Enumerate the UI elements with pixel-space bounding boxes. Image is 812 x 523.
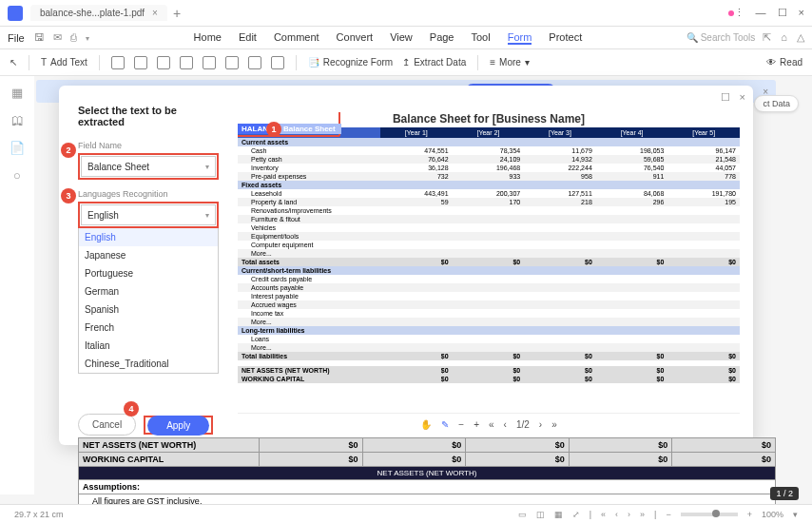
app-icon [8, 6, 23, 21]
cancel-button[interactable]: Cancel [78, 414, 136, 436]
lang-dropdown[interactable]: English Japanese Portuguese German Spani… [78, 228, 219, 374]
callout-3: 3 [61, 188, 76, 203]
field-name-select[interactable]: Balance Sheet [81, 156, 216, 177]
main-tabs: Home Edit Comment Convert View Page Tool… [89, 31, 686, 45]
sb-prev[interactable]: ‹ [615, 510, 618, 519]
field-tool-8[interactable] [271, 56, 284, 69]
sheet-title: Balance Sheet for [Business Name] HALAN … [238, 112, 740, 126]
mail-icon[interactable]: ✉ [53, 31, 62, 43]
sb-zoom-in[interactable]: + [747, 510, 752, 519]
zoom-out-icon[interactable]: − [458, 419, 464, 430]
dialog-expand-icon[interactable]: ☐ [721, 91, 730, 104]
add-tab-button[interactable]: + [173, 6, 181, 21]
callout-4: 4 [124, 401, 139, 416]
lang-option-english[interactable]: English [79, 228, 218, 246]
hand-icon[interactable]: ✋ [420, 419, 432, 430]
callout-1: 1 [266, 122, 281, 137]
tab-form[interactable]: Form [508, 31, 532, 45]
tab-view[interactable]: View [390, 31, 413, 45]
page-dimensions: 29.7 x 21 cm [14, 510, 64, 519]
tab-page[interactable]: Page [430, 31, 454, 45]
zoom-level: 100% [762, 510, 783, 519]
first-page-icon[interactable]: « [489, 419, 494, 430]
sb-first[interactable]: « [601, 510, 606, 519]
cloud-icon[interactable]: ⌂ [781, 31, 787, 44]
page-indicator: 1/2 [516, 419, 530, 430]
lang-option-french[interactable]: French [79, 319, 218, 337]
dialog-left-pane: Select the text to be extracted Field Na… [59, 86, 232, 445]
sb-zoom-out[interactable]: − [666, 510, 670, 519]
tab-edit[interactable]: Edit [239, 31, 257, 45]
field-tool-6[interactable] [225, 56, 239, 69]
field-tool-7[interactable] [248, 56, 261, 69]
background-document: NET ASSETS (NET WORTH)$0$0$0$0$0 WORKING… [78, 437, 776, 509]
print-icon[interactable]: ⎙ [70, 31, 77, 43]
tab-title: balance-she...plate-1.pdf [40, 8, 145, 18]
window-controls: ⋮ — ☐ × [734, 7, 804, 19]
extract-pill[interactable]: ct Data [754, 95, 799, 112]
last-page-icon[interactable]: » [551, 419, 557, 430]
tab-tool[interactable]: Tool [472, 31, 491, 45]
titlebar: balance-she...plate-1.pdf × + ⋮ — ☐ × [0, 0, 812, 27]
lang-option-chinese[interactable]: Chinese_Traditional [79, 355, 218, 373]
lang-option-italian[interactable]: Italian [79, 337, 218, 355]
field-tool-3[interactable] [157, 56, 170, 69]
next-page-icon[interactable]: › [539, 419, 542, 430]
callout-2: 2 [61, 143, 76, 158]
lang-option-japanese[interactable]: Japanese [79, 246, 218, 264]
zoom-in-icon[interactable]: + [474, 419, 479, 430]
sb-icon-2[interactable]: ◫ [536, 510, 545, 519]
field-tool-4[interactable] [180, 56, 193, 69]
lang-select[interactable]: English [81, 204, 216, 225]
quick-actions[interactable]: 🖫 ✉ ⎙ [34, 31, 89, 44]
sb-next[interactable]: › [628, 510, 630, 519]
tab-comment[interactable]: Comment [274, 31, 319, 45]
balance-sheet-table: [Year 1][Year 2][Year 3][Year 4][Year 5]… [238, 127, 740, 383]
sb-last[interactable]: » [640, 510, 645, 519]
sb-icon-4[interactable]: ⤢ [572, 510, 580, 519]
search-input[interactable]: Search Tools [686, 32, 755, 43]
search-rail-icon[interactable]: ○ [13, 168, 21, 183]
field-tool-2[interactable] [134, 56, 147, 69]
more-button[interactable]: ≡ More▾ [490, 57, 530, 68]
document-tab[interactable]: balance-she...plate-1.pdf × [30, 5, 167, 21]
apply-button[interactable]: Apply [147, 416, 209, 436]
add-text-button[interactable]: T Add Text [41, 57, 87, 68]
extract-data-button[interactable]: ↥ Extract Data [402, 57, 466, 68]
lang-option-german[interactable]: German [79, 282, 218, 300]
close-window-icon[interactable]: × [799, 7, 804, 19]
dialog-close-icon[interactable]: × [740, 91, 745, 104]
statusbar: 29.7 x 21 cm ▭ ◫ ▦ ⤢ | « ‹ › » | − + 100… [0, 504, 812, 523]
lang-option-spanish[interactable]: Spanish [79, 300, 218, 319]
sb-icon-1[interactable]: ▭ [518, 510, 527, 519]
thumbnails-icon[interactable]: ▦ [11, 86, 23, 100]
attachment-icon[interactable]: 📄 [10, 141, 25, 155]
pointer-icon[interactable]: ↖ [10, 57, 17, 68]
file-menu[interactable]: File [8, 32, 25, 44]
tab-home[interactable]: Home [194, 31, 222, 45]
sheet-preview: Balance Sheet for [Business Name] HALAN … [238, 112, 740, 413]
share-icon[interactable]: ⇱ [763, 31, 771, 44]
read-button[interactable]: 👁 Read [766, 57, 802, 68]
selection-tag-b[interactable]: Balance Sheet [278, 124, 341, 134]
tab-protect[interactable]: Protect [549, 31, 582, 45]
maximize-icon[interactable]: ☐ [778, 7, 787, 19]
prev-page-icon[interactable]: ‹ [504, 419, 507, 430]
field-tool-1[interactable] [111, 56, 125, 69]
more-icon[interactable]: ⋮ [734, 7, 744, 19]
menubar: File 🖫 ✉ ⎙ Home Edit Comment Convert Vie… [0, 27, 812, 49]
settings-icon[interactable]: △ [797, 31, 804, 44]
extract-dialog: ☐ × 1 2 3 4 Select the text to be extrac… [59, 86, 753, 445]
page-badge: 1 / 2 [770, 487, 799, 500]
bookmark-icon[interactable]: 🕮 [11, 113, 24, 127]
save-icon[interactable]: 🖫 [34, 31, 45, 43]
dialog-title: Select the text to be extracted [78, 105, 219, 127]
pen-icon[interactable]: ✎ [441, 419, 449, 430]
field-tool-5[interactable] [203, 56, 216, 69]
lang-option-portuguese[interactable]: Portuguese [79, 264, 218, 282]
close-icon[interactable]: × [152, 8, 158, 18]
sb-icon-3[interactable]: ▦ [554, 510, 563, 519]
tab-convert[interactable]: Convert [337, 31, 374, 45]
minimize-icon[interactable]: — [756, 7, 766, 19]
recognize-form-button[interactable]: 📑 Recognize Form [308, 57, 393, 68]
